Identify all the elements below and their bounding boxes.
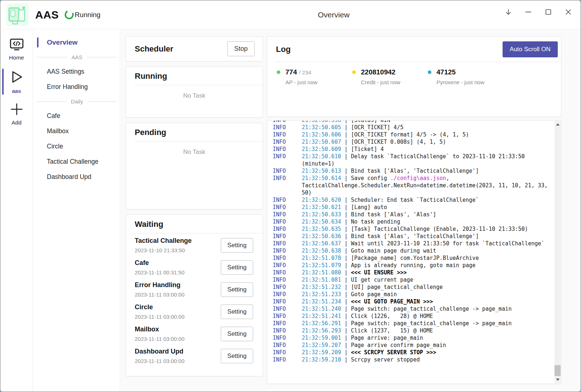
rail-item-add[interactable]: Add <box>0 101 33 128</box>
nav-item-error-handling[interactable]: Error Handling <box>33 79 120 94</box>
log-line: INFO 21:32:59.001 | Page arrive: page_ma… <box>273 334 550 342</box>
auto-scroll-button[interactable]: Auto Scroll ON <box>503 41 558 57</box>
log-pipe: | <box>341 349 351 356</box>
log-pipe: | <box>341 356 351 363</box>
log-pipe: | <box>341 320 351 327</box>
stat-label: Credit - just now <box>361 79 428 85</box>
running-spinner-icon <box>64 9 75 21</box>
log-level: INFO <box>273 349 302 356</box>
log-message: Bind task ['Alas', 'TacticalChallenge'] <box>351 233 479 240</box>
nav-item-label: Dashboard Upd <box>47 173 92 181</box>
nav-item-cafe[interactable]: Cafe <box>33 108 120 123</box>
waiting-title: Waiting <box>135 220 163 229</box>
log-message: Scheduler: End task `TacticalChallenge` <box>351 197 479 203</box>
log-level: INFO <box>273 269 302 276</box>
log-message: Click (1226, 28) @ HOME <box>351 313 433 319</box>
task-setting-button[interactable]: Setting <box>221 327 253 341</box>
log-message: Goto page_main <box>351 291 397 298</box>
log-message: [OCR_TICKET] 4/5 <box>351 124 403 131</box>
close-button[interactable] <box>562 6 574 18</box>
log-timestamp: 21:32:51.081 <box>302 277 341 283</box>
nav-item-circle[interactable]: Circle <box>33 139 120 154</box>
log-level: INFO <box>273 204 302 211</box>
log-line: INFO 21:32:51.234 | <<< UI GOTO PAGE_MAI… <box>273 298 550 305</box>
nav-item-dashboard-upd[interactable]: Dashboard Upd <box>33 169 120 184</box>
stat-total: / 234 <box>299 69 311 75</box>
stop-button[interactable]: Stop <box>227 41 255 56</box>
log-timestamp: 21:32:51.079 <box>302 262 341 269</box>
nav-item-mailbox[interactable]: Mailbox <box>33 123 120 139</box>
log-pipe: | <box>341 306 351 312</box>
scroll-down-icon[interactable] <box>554 377 561 383</box>
maximize-button[interactable] <box>543 6 554 18</box>
pending-title: Pending <box>135 128 166 137</box>
task-setting-button[interactable]: Setting <box>221 349 253 363</box>
log-timestamp: 21:32:50.620 <box>302 197 341 203</box>
log-message: Bind task ['Alas', 'Alas'] <box>351 211 436 218</box>
log-line: INFO 21:32:50.636 | Bind task ['Alas', '… <box>273 233 550 240</box>
log-message: Page arrive confirm page_main <box>351 342 446 348</box>
log-message: [OCR_TICKET format] 4/5 -> (4, 1, 5) <box>351 131 469 138</box>
log-message: Scrcpy server stopped <box>351 356 420 363</box>
content-area: Scheduler Stop Running No Task Pending N… <box>121 30 581 392</box>
separator-line <box>37 101 66 102</box>
log-message: [Status] WIN <box>351 120 390 123</box>
log-scrollbar[interactable] <box>554 121 561 383</box>
scroll-up-icon[interactable] <box>554 122 561 127</box>
log-line: INFO 21:32:51.233 | Goto page_main <box>273 291 550 298</box>
log-pipe: | <box>341 342 351 348</box>
log-level: INFO <box>273 233 302 240</box>
stat-label: AP - just now <box>285 79 352 85</box>
log-pipe: | <box>341 175 351 181</box>
log-message: UI get current page <box>351 277 413 283</box>
log-level: INFO <box>273 342 302 349</box>
log-line: INFO 21:32:50.607 | [OCR_TICKET 0.008s] … <box>273 138 550 146</box>
task-setting-button[interactable]: Setting <box>221 282 253 297</box>
log-line: INFO 21:32:50.635 | [Task] TacticalChall… <box>273 225 550 233</box>
log-timestamp: 21:32:50.614 <box>302 175 341 181</box>
running-title: Running <box>135 72 167 81</box>
log-line: INFO 21:32:50.633 | Bind task ['Alas', '… <box>273 211 550 218</box>
rail-item-home[interactable]: Home <box>0 36 33 63</box>
scheduler-panel: Scheduler Stop <box>126 36 263 61</box>
log-timestamp: 21:32:50.638 <box>302 248 341 254</box>
task-setting-button[interactable]: Setting <box>221 305 253 319</box>
separator-line <box>88 101 117 102</box>
log-message: Click (1237, 15) @ HOME <box>351 327 433 334</box>
log-message: [Package_name] com.YostarJP.BlueArchive <box>351 255 479 261</box>
log-level: INFO <box>273 131 302 138</box>
task-setting-button[interactable]: Setting <box>221 238 253 253</box>
log-pipe: | <box>341 277 351 283</box>
log-timestamp: 21:32:50.633 <box>302 211 341 218</box>
nav-item-aas-settings[interactable]: AAS Settings <box>33 64 120 79</box>
nav-item-overview[interactable]: Overview <box>33 35 120 50</box>
task-next-run: 2023-11-11 00:31:50 <box>135 269 184 275</box>
log-pipe: | <box>341 240 351 247</box>
task-name: Cafe <box>135 259 184 267</box>
download-icon[interactable] <box>503 6 514 18</box>
log-pipe: | <box>341 335 351 341</box>
log-level: INFO <box>273 276 302 283</box>
titlebar: AAS Running Overview <box>0 0 581 29</box>
app-logo-icon <box>6 4 29 26</box>
log-level: INFO <box>273 298 302 305</box>
scheduler-title: Scheduler <box>135 44 173 54</box>
log-line: INFO 21:32:50.598 | [Status] WIN <box>273 120 550 124</box>
app-window: AAS Running Overview <box>0 0 581 392</box>
stat-value: 220810942 <box>361 68 395 76</box>
log-pipe: | <box>341 168 351 174</box>
page-title: Overview <box>318 11 350 19</box>
rail-item-aas[interactable]: aas <box>0 68 33 96</box>
log-output: INFO 21:32:50.598 | [Status] WIN INFO 21… <box>267 120 561 384</box>
log-level: INFO <box>273 146 302 153</box>
log-line: INFO 21:32:51.240 | Page switch: page_ta… <box>273 305 550 313</box>
pending-empty-text: No Task <box>126 148 263 156</box>
nav-item-tactical-challenge[interactable]: Tactical Challenge <box>33 154 120 169</box>
log-timestamp: 21:32:51.078 <box>302 255 341 261</box>
scrollbar-thumb[interactable] <box>554 365 561 376</box>
log-pipe: | <box>341 211 351 218</box>
nav-item-label: AAS Settings <box>47 68 84 75</box>
minimize-button[interactable] <box>523 6 534 18</box>
task-setting-button[interactable]: Setting <box>221 260 253 275</box>
log-timestamp: 21:32:50.610 <box>302 153 341 160</box>
